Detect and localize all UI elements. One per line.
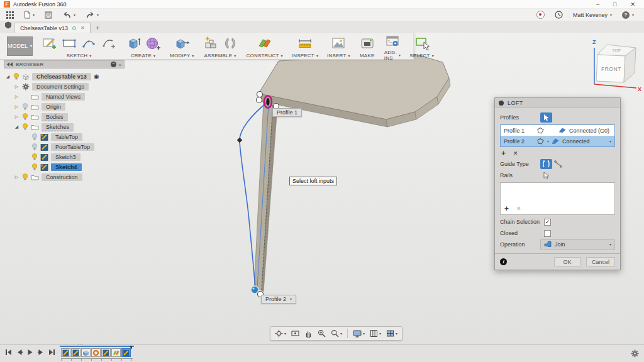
bulb-on-icon[interactable] [22,113,28,121]
help-menu[interactable]: ?▾ [622,11,634,19]
construct-menu[interactable]: CONSTRUCT▾ [247,53,283,58]
workspace-switcher[interactable]: MODEL ▾ [7,36,33,56]
info-icon[interactable]: i [500,258,507,265]
new-component-icon[interactable] [203,36,219,51]
make-3dprint-icon[interactable] [359,36,375,51]
rails-list-box[interactable]: + ✕ [500,182,615,215]
bulb-on-icon[interactable] [31,153,38,161]
browser-item-label[interactable]: Construction [42,173,82,181]
browser-item-construction[interactable]: ▷ Construction [4,173,130,182]
dialog-collapse-icon[interactable] [499,101,504,106]
browser-item-label[interactable]: Origin [42,103,65,111]
bulb-on-icon[interactable] [31,163,38,171]
closed-checkbox[interactable] [544,230,551,237]
browser-item-label[interactable]: Named Views [42,93,85,101]
undo-button[interactable]: ▾ [62,11,75,19]
browser-header[interactable]: BROWSER − ▸ [4,60,125,69]
look-at-button[interactable] [289,328,301,339]
viewports-button[interactable]: ▾ [384,328,399,339]
bulb-on-icon[interactable] [13,73,19,80]
collapse-icon[interactable]: ▷ [14,104,19,109]
bulb-off-icon[interactable] [22,103,28,111]
timeline-item-revolve[interactable] [91,348,101,357]
redo-button[interactable]: ▾ [86,11,99,19]
minimize-button[interactable]: – [596,1,599,8]
new-tab-button[interactable]: + [91,23,104,33]
profile1-label-chip[interactable]: Profile 1 [272,108,302,117]
timeline-settings-gear-icon[interactable] [631,349,639,358]
save-button[interactable] [45,11,52,19]
timeline-scrubber[interactable]: ··· [60,346,134,347]
browser-item-sketch3[interactable]: Sketch3 [4,153,130,162]
rail-spline[interactable] [240,102,268,288]
insert-menu[interactable]: INSERT▾ [327,53,350,58]
profile2-label-chip[interactable]: Profile 2 ▾ [261,295,296,304]
maximize-button[interactable]: □ [613,1,616,8]
browser-item-sketch4[interactable]: Sketch4 [4,163,130,172]
display-settings-button[interactable]: ▾ [351,328,367,339]
rectangle-tool-icon[interactable] [61,36,77,51]
browser-item-tabletop[interactable]: TableTop [4,133,130,141]
expand-icon[interactable]: ◢ [14,124,19,129]
collapse-icon[interactable]: ▷ [14,175,19,180]
browser-item-label[interactable]: PoorTableTop [51,143,94,151]
create-sketch-icon[interactable] [42,36,58,51]
profile-row-continuity[interactable]: Connected (G0) [569,128,609,134]
ok-button[interactable]: OK [554,257,580,266]
profile-row-1[interactable]: Profile 1 Connected (G0) [501,125,614,136]
display-settings-icon[interactable]: − [111,62,116,67]
arc-tool-icon[interactable] [80,36,97,51]
profiles-select-button[interactable] [540,112,552,123]
profile1-selection[interactable] [264,96,272,108]
orbit-button[interactable]: ▾ [273,328,288,339]
play-button[interactable] [27,349,33,356]
browser-item-origin[interactable]: ▷ Origin [4,102,130,111]
guide-type-rails-button[interactable] [540,159,552,169]
timeline-item-extrude[interactable] [81,348,91,357]
remove-rail-button[interactable]: ✕ [516,206,521,212]
expand-icon[interactable]: ◢ [5,74,11,79]
collapse-icon[interactable]: ▷ [14,114,19,119]
guide-type-centerline-button[interactable] [552,159,564,169]
sketch-menu[interactable]: SKETCH▾ [67,53,92,58]
collapse-icon[interactable]: ▷ [14,84,19,89]
app-grid-button[interactable] [6,11,14,19]
step-back-button[interactable] [16,349,23,356]
add-ins-menu[interactable]: ADD-INS▾ [384,50,401,61]
pan-button[interactable] [303,328,314,339]
browser-item-label[interactable]: Sketch3 [51,153,80,161]
timeline-item-sketch[interactable] [61,348,70,357]
activate-component-radio[interactable]: ◉ [94,74,99,80]
browser-item-label[interactable]: Sketch4 [51,163,82,171]
timeline-item-sketch-selected[interactable] [121,348,131,357]
operation-dropdown[interactable]: Join ▾ [540,239,615,250]
browser-item-bodies[interactable]: ▷ Bodies [4,112,130,121]
create-menu[interactable]: CREATE▾ [131,53,155,58]
make-menu[interactable]: MAKE [360,53,374,58]
fit-button[interactable]: ▾ [329,328,344,339]
recent-activity-clock-icon[interactable] [555,11,563,19]
document-tab[interactable]: ChelseasTable v13 ✕ [14,23,91,33]
browser-item-root[interactable]: ◢ ChelseasTable v13 ◉ [4,72,130,81]
file-menu-button[interactable]: ▾ [24,11,35,19]
browser-item-label[interactable]: Bodies [42,113,68,121]
browser-item-label[interactable]: ChelseasTable v13 [32,73,91,80]
inspect-menu[interactable]: INSPECT▾ [292,53,318,58]
cancel-button[interactable]: Cancel [586,257,615,266]
extrude-icon[interactable] [125,36,142,51]
add-profile-button[interactable]: + [501,150,506,157]
spline-fit-point[interactable] [237,138,242,143]
view-cube[interactable]: Z X TOP FRONT [584,36,641,94]
bulb-on-icon[interactable] [22,123,28,131]
profile-row-continuity[interactable]: Connected [562,138,590,145]
go-to-start-button[interactable] [5,349,12,356]
modify-menu[interactable]: MODIFY▾ [170,53,194,58]
handle-point[interactable] [257,92,263,97]
go-to-end-button[interactable] [48,349,55,356]
remove-profile-button[interactable]: ✕ [513,150,518,156]
close-tab-button[interactable]: ✕ [80,26,85,31]
joint-icon[interactable] [223,36,238,51]
zoom-button[interactable] [316,328,328,339]
select-menu[interactable]: SELECT▾ [409,53,434,58]
caret-down-icon[interactable]: ▾ [547,140,549,143]
